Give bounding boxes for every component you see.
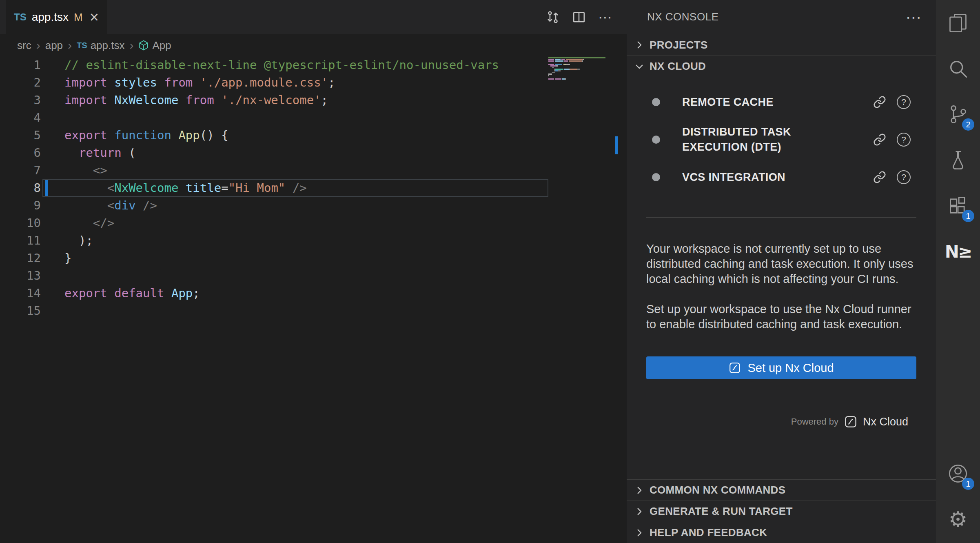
breadcrumb-separator-icon: › [129, 38, 133, 52]
extensions-icon[interactable]: 1 [936, 183, 980, 229]
split-editor-icon[interactable] [572, 10, 586, 24]
connect-icon[interactable] [873, 133, 886, 146]
tab-app-tsx[interactable]: TS app.tsx M × [6, 0, 107, 34]
account-icon[interactable]: 1 [936, 451, 980, 496]
account-badge: 1 [962, 478, 974, 490]
section-label: PROJECTS [650, 39, 708, 51]
code-editor[interactable]: 1// eslint-disable-next-line @typescript… [0, 56, 627, 543]
close-tab-icon[interactable]: × [90, 9, 99, 25]
powered-by-row: Powered by Nx Cloud [627, 415, 908, 428]
help-icon[interactable]: ? [897, 170, 911, 184]
help-icon[interactable]: ? [897, 95, 911, 109]
code-line-11[interactable]: 11 ); [0, 232, 627, 249]
line-number: 8 [0, 179, 41, 197]
code-line-3[interactable]: 3import NxWelcome from './nx-welcome'; [0, 91, 627, 109]
code-line-8[interactable]: 8 <NxWelcome title="Hi Mom" /> [0, 179, 627, 197]
code-line-text: import styles from './app.module.css'; [64, 74, 335, 91]
more-actions-icon[interactable]: ⋯ [906, 8, 921, 26]
search-icon[interactable] [936, 46, 980, 91]
modified-overview-mark [615, 136, 618, 154]
feature-label: REMOTE CACHE [682, 95, 854, 110]
breadcrumb-label: app.tsx [91, 39, 125, 52]
panel-title-row: NX CONSOLE ⋯ [627, 0, 936, 34]
code-line-4[interactable]: 4 [0, 109, 627, 127]
nx-cloud-logo-icon [729, 362, 741, 374]
connect-icon[interactable] [873, 171, 886, 184]
code-line-text: ); [64, 232, 93, 249]
connect-icon[interactable] [873, 96, 886, 109]
code-line-text: export default App; [64, 285, 200, 302]
code-line-14[interactable]: 14export default App; [0, 285, 627, 302]
code-line-10[interactable]: 10 </> [0, 214, 627, 232]
breadcrumb-label: app [45, 39, 63, 52]
breadcrumb-item-app[interactable]: app [45, 39, 63, 52]
nx-console-panel: NX CONSOLE ⋯ PROJECTS NX CLOUD REMOTE CA… [627, 0, 936, 543]
code-line-5[interactable]: 5export function App() { [0, 127, 627, 144]
more-actions-icon[interactable]: ⋯ [598, 9, 613, 25]
activity-bar-bottom: 1 ⚙ [936, 451, 980, 542]
breadcrumb-item-app-tsx[interactable]: TS app.tsx [77, 39, 124, 52]
line-number: 5 [0, 127, 41, 144]
tab-title: app.tsx [32, 11, 69, 24]
code-line-13[interactable]: 13 [0, 267, 627, 285]
explorer-icon[interactable] [936, 0, 980, 46]
source-control-icon[interactable]: 2 [936, 91, 980, 137]
code-line-text: </> [64, 214, 114, 232]
section-generate-run-target[interactable]: GENERATE & RUN TARGET [627, 501, 936, 522]
code-line-text: } [64, 249, 71, 267]
status-dot-icon [652, 173, 660, 181]
code-line-2[interactable]: 2import styles from './app.module.css'; [0, 74, 627, 91]
feature-remote-cache: REMOTE CACHE ? [627, 87, 936, 117]
symbol-cube-icon [138, 40, 149, 51]
editor-actions: ⋯ [546, 0, 613, 34]
powered-by-label: Powered by [791, 416, 838, 427]
line-number: 11 [0, 232, 41, 249]
editor-region: TS app.tsx M × ⋯ src › app › TS [0, 0, 627, 543]
nx-console-icon[interactable]: N≥ [936, 229, 980, 274]
breadcrumb-separator-icon: › [68, 38, 72, 52]
settings-gear-icon[interactable]: ⚙ [936, 496, 980, 542]
line-number: 6 [0, 144, 41, 162]
code-line-9[interactable]: 9 <div /> [0, 197, 627, 214]
status-dot-icon [652, 136, 660, 144]
line-number: 1 [0, 56, 41, 74]
feature-dte: DISTRIBUTED TASK EXECUTION (DTE) ? [627, 117, 936, 162]
section-label: HELP AND FEEDBACK [650, 526, 767, 539]
section-projects[interactable]: PROJECTS [627, 34, 936, 56]
line-number: 4 [0, 109, 41, 127]
vscode-window: TS app.tsx M × ⋯ src › app › TS [0, 0, 980, 543]
code-line-1[interactable]: 1// eslint-disable-next-line @typescript… [0, 56, 627, 74]
breadcrumb-item-src[interactable]: src [17, 39, 31, 52]
code-line-text: import NxWelcome from './nx-welcome'; [64, 91, 328, 109]
setup-nx-cloud-button[interactable]: Set up Nx Cloud [646, 356, 916, 379]
chevron-down-icon [634, 61, 645, 72]
description-paragraph: Set up your workspace to use the Nx Clou… [646, 302, 916, 332]
chevron-right-icon [634, 527, 645, 538]
code-lines: 1// eslint-disable-next-line @typescript… [0, 56, 627, 320]
minimap[interactable] [548, 57, 615, 82]
nx-cloud-features: REMOTE CACHE ? DISTRIBUTED TASK EXECUTIO… [627, 77, 936, 192]
section-common-nx-commands[interactable]: COMMON NX COMMANDS [627, 479, 936, 501]
code-line-15[interactable]: 15 [0, 302, 627, 320]
breadcrumb-label: src [17, 39, 31, 52]
line-number: 13 [0, 267, 41, 285]
code-line-7[interactable]: 7 <> [0, 162, 627, 179]
description-paragraph: Your workspace is not currently set up t… [646, 241, 916, 287]
breadcrumb-item-symbol-app[interactable]: App [138, 39, 171, 52]
source-control-badge: 2 [962, 118, 974, 131]
code-line-6[interactable]: 6 return ( [0, 144, 627, 162]
code-line-12[interactable]: 12} [0, 249, 627, 267]
compare-changes-icon[interactable] [546, 10, 560, 24]
line-number: 9 [0, 197, 41, 214]
typescript-file-icon: TS [77, 41, 87, 50]
line-number: 10 [0, 214, 41, 232]
nx-cloud-brand-name[interactable]: Nx Cloud [863, 416, 908, 428]
nx-cloud-description: Your workspace is not currently set up t… [627, 218, 936, 332]
section-label: GENERATE & RUN TARGET [650, 505, 793, 518]
breadcrumb: src › app › TS app.tsx › App [0, 34, 627, 56]
section-nx-cloud[interactable]: NX CLOUD [627, 56, 936, 77]
code-line-text: // eslint-disable-next-line @typescript-… [64, 56, 499, 74]
test-beaker-icon[interactable] [936, 137, 980, 183]
section-help-and-feedback[interactable]: HELP AND FEEDBACK [627, 522, 936, 543]
help-icon[interactable]: ? [897, 133, 911, 147]
